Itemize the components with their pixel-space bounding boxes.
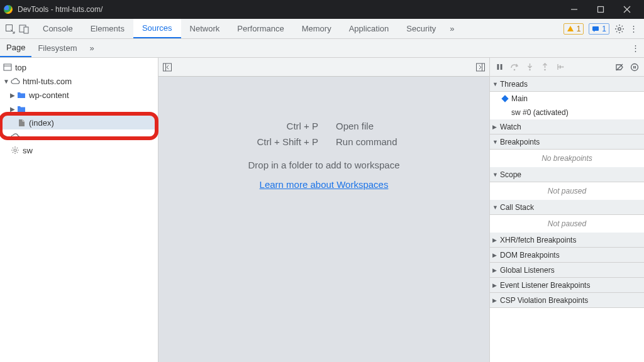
gear-icon	[10, 145, 20, 155]
section-callstack[interactable]: ▼Call Stack	[490, 200, 644, 215]
svg-rect-9	[4, 64, 11, 70]
maximize-button[interactable]	[587, 0, 614, 19]
devtools-main-tabs: Console Elements Sources Network Perform…	[0, 19, 644, 39]
chrome-logo-icon	[4, 5, 13, 14]
tab-network[interactable]: Network	[181, 19, 229, 38]
messages-badge[interactable]: 1	[589, 23, 609, 35]
section-watch[interactable]: ▶Watch	[490, 119, 644, 134]
section-scope[interactable]: ▼Scope	[490, 167, 644, 182]
step-over-button[interactable]	[508, 60, 521, 74]
section-breakpoints[interactable]: ▼Breakpoints	[490, 134, 644, 150]
deactivate-breakpoints-button[interactable]	[613, 60, 626, 74]
debugger-toolbar	[490, 58, 644, 77]
thread-main[interactable]: Main	[490, 92, 644, 106]
window-icon	[3, 62, 13, 72]
settings-gear-icon[interactable]	[614, 24, 625, 34]
chevron-right-icon: ▶	[9, 106, 16, 112]
section-global[interactable]: ▶Global Listeners	[490, 263, 644, 278]
tab-elements[interactable]: Elements	[82, 19, 133, 38]
minimize-button[interactable]	[561, 0, 587, 19]
warnings-badge[interactable]: 1	[564, 23, 584, 35]
section-threads[interactable]: ▼Threads	[490, 77, 644, 92]
svg-rect-1	[598, 7, 604, 13]
tab-console[interactable]: Console	[34, 19, 82, 38]
tree-folder-wp-content[interactable]: ▶ wp-content	[0, 88, 158, 102]
sidebar-toggle-left-icon[interactable]	[162, 62, 172, 72]
scope-empty: Not paused	[490, 182, 644, 200]
svg-point-18	[514, 69, 516, 70]
pause-on-exceptions-button[interactable]	[628, 60, 641, 74]
svg-point-23	[631, 63, 638, 70]
debugger-pane: ▼Threads Main sw #0 (activated) ▶Watch ▼…	[489, 58, 644, 362]
chevron-right-icon: ▶	[3, 133, 10, 140]
subtab-page[interactable]: Page	[0, 39, 31, 57]
tree-webpack[interactable]: ▶	[0, 129, 158, 143]
pause-button[interactable]	[492, 60, 506, 74]
subtab-filesystem[interactable]: Filesystem	[31, 39, 83, 57]
sidebar-toggle-right-icon[interactable]	[475, 62, 486, 72]
tab-memory[interactable]: Memory	[293, 19, 340, 38]
inspect-icon[interactable]	[5, 24, 15, 34]
cloud-icon	[10, 131, 20, 141]
svg-rect-16	[497, 64, 499, 70]
svg-rect-25	[635, 66, 636, 69]
shortcut-run-command: Ctrl + Shift + P Run command	[218, 136, 430, 147]
window-title: DevTools - html-tuts.com/	[18, 5, 561, 14]
kebab-menu-icon[interactable]: ⋮	[630, 24, 638, 33]
svg-rect-24	[633, 66, 635, 69]
tree-top[interactable]: top	[0, 60, 158, 74]
editor-pane: Ctrl + P Open file Ctrl + Shift + P Run …	[158, 58, 489, 362]
drop-hint-text: Drop in a folder to add to workspace	[248, 160, 400, 170]
svg-point-21	[562, 66, 563, 67]
file-tree-pane: top ▼ html-tuts.com ▶ wp-content ▶ (inde…	[0, 58, 158, 362]
svg-point-19	[529, 69, 531, 71]
tab-application[interactable]: Application	[340, 19, 398, 38]
section-csp[interactable]: ▶CSP Violation Breakpoints	[490, 293, 644, 308]
section-event[interactable]: ▶Event Listener Breakpoints	[490, 278, 644, 293]
tree-top-label: top	[15, 63, 26, 72]
svg-rect-17	[500, 64, 502, 70]
chevron-right-icon: ▶	[9, 92, 16, 99]
step-button[interactable]	[553, 60, 567, 74]
folder-icon	[16, 104, 26, 114]
tree-domain[interactable]: ▼ html-tuts.com	[0, 74, 158, 88]
folder-icon	[16, 90, 26, 100]
tab-security[interactable]: Security	[397, 19, 445, 38]
svg-point-20	[544, 69, 546, 71]
close-button[interactable]	[614, 0, 640, 19]
shortcut-open-file: Ctrl + P Open file	[218, 121, 430, 131]
active-thread-icon	[501, 95, 508, 102]
tree-file-index[interactable]: (index)	[0, 116, 158, 129]
thread-sw[interactable]: sw #0 (activated)	[490, 106, 644, 119]
subtabs-kebab-icon[interactable]: ⋮	[626, 39, 644, 57]
step-into-button[interactable]	[523, 60, 536, 74]
tab-sources[interactable]: Sources	[133, 19, 181, 38]
step-out-button[interactable]	[538, 60, 552, 74]
tree-domain-label: html-tuts.com	[23, 77, 72, 86]
svg-point-11	[14, 149, 16, 151]
cloud-icon	[10, 76, 20, 86]
tree-sw[interactable]: sw	[0, 143, 158, 157]
tree-folder-label: wp-content	[29, 90, 69, 100]
tree-file-label: (index)	[29, 118, 54, 128]
file-icon	[16, 118, 26, 128]
section-xhr[interactable]: ▶XHR/fetch Breakpoints	[490, 233, 644, 248]
device-toolbar-icon[interactable]	[19, 24, 29, 34]
callstack-empty: Not paused	[490, 215, 644, 233]
workspaces-link[interactable]: Learn more about Workspaces	[260, 179, 389, 190]
section-dom[interactable]: ▶DOM Breakpoints	[490, 248, 644, 263]
breakpoints-empty: No breakpoints	[490, 150, 644, 167]
editor-toolbar	[158, 58, 489, 77]
tab-performance[interactable]: Performance	[228, 19, 292, 38]
tree-sw-label: sw	[23, 146, 33, 155]
svg-rect-14	[477, 63, 485, 71]
svg-rect-7	[592, 26, 599, 31]
svg-rect-12	[164, 63, 172, 71]
chevron-down-icon: ▼	[3, 78, 10, 85]
subtabs-overflow-icon[interactable]: »	[84, 39, 101, 57]
tabs-overflow-icon[interactable]: »	[445, 19, 459, 38]
svg-point-8	[618, 27, 621, 30]
tree-folder-hidden[interactable]: ▶	[0, 102, 158, 116]
window-titlebar: DevTools - html-tuts.com/	[0, 0, 644, 19]
svg-rect-6	[24, 27, 28, 33]
